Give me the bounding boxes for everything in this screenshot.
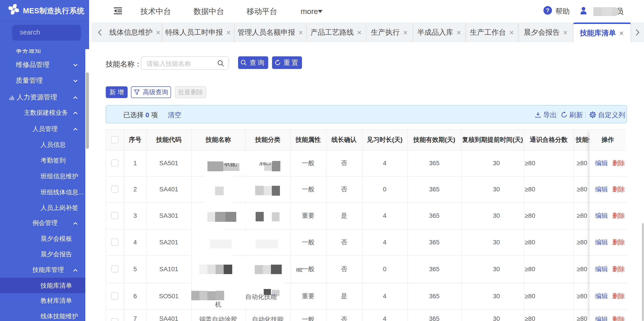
svg-text:?: ? — [546, 7, 549, 14]
